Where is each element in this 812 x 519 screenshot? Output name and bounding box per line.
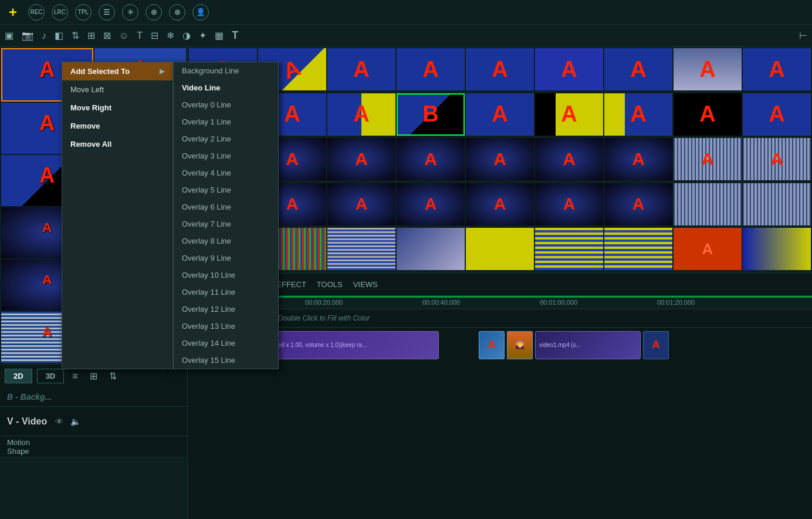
ctx-add-selected[interactable]: Add Selected To ▶ [62, 62, 172, 80]
submenu-item-1[interactable]: Video Line [174, 79, 278, 96]
track-clip-video1[interactable]: video1.mp4 (s... [535, 331, 641, 359]
submenu-item-13[interactable]: Overlay 11 Line [174, 284, 278, 301]
list-view-icon[interactable]: ≡ [69, 370, 81, 383]
submenu-item-15[interactable]: Overlay 13 Line [174, 318, 278, 335]
media-thumb[interactable]: A [327, 138, 395, 180]
media-thumb[interactable]: B [397, 93, 465, 136]
emoji-icon[interactable]: ☺ [119, 31, 128, 41]
resize-icon[interactable]: ⊟ [151, 30, 158, 41]
media-thumb[interactable]: A [604, 48, 672, 90]
music-icon[interactable]: ♪ [42, 31, 46, 41]
media-thumb[interactable] [743, 183, 811, 225]
submenu-item-3[interactable]: Overlay 1 Line [174, 113, 278, 130]
submenu-item-5[interactable]: Overlay 3 Line [174, 147, 278, 164]
ctx-remove[interactable]: Remove [62, 117, 172, 135]
effect-label[interactable]: EFFECT [276, 280, 306, 289]
film-icon[interactable]: ◧ [55, 30, 63, 41]
media-thumb[interactable]: A [397, 183, 465, 225]
panel-icon[interactable]: ▣ [5, 30, 13, 41]
circle-icon[interactable]: ◑ [182, 30, 191, 41]
media-thumb[interactable] [674, 183, 742, 225]
time-20: 00:00:20.000 [305, 299, 343, 306]
lrc-icon[interactable]: LRC [52, 4, 68, 21]
second-toolbar: ▣ 📷 ♪ ◧ ⇅ ⊞ ⊠ ☺ T ⊟ ❄ ◑ ✦ ▦ T ⊢ [0, 25, 812, 47]
text-T-icon[interactable]: T [137, 31, 143, 41]
media-thumb[interactable]: A [466, 138, 534, 180]
media-thumb[interactable]: A [327, 183, 395, 225]
media-thumb[interactable]: A [674, 93, 742, 136]
media-thumb[interactable]: A [743, 48, 811, 90]
submenu-item-12[interactable]: Overlay 10 Line [174, 267, 278, 284]
grid-view-icon[interactable]: ⊞ [86, 369, 101, 383]
submenu-item-14[interactable]: Overlay 12 Line [174, 301, 278, 318]
media-thumb[interactable] [535, 228, 603, 270]
record-icon[interactable]: ⊗ [169, 4, 185, 21]
rec-icon[interactable]: REC [28, 4, 45, 21]
media-thumb[interactable]: A [535, 138, 603, 180]
list-icon[interactable]: ☰ [99, 4, 115, 21]
track-clip-small-1[interactable]: A [479, 331, 505, 359]
audio-icon[interactable]: 🔈 [70, 417, 80, 426]
grid-icon[interactable]: ⊞ [87, 30, 95, 41]
media-thumb[interactable]: A [397, 138, 465, 180]
ctx-remove-all[interactable]: Remove All [62, 135, 172, 153]
media-thumb[interactable] [327, 228, 395, 270]
submenu-item-6[interactable]: Overlay 4 Line [174, 164, 278, 181]
submenu-item-10[interactable]: Overlay 8 Line [174, 232, 278, 250]
track-clip-small-2[interactable]: 🌄 [507, 331, 533, 359]
submenu-item-7[interactable]: Overlay 5 Line [174, 181, 278, 198]
media-thumb[interactable]: A [604, 93, 672, 136]
submenu-item-11[interactable]: Overlay 9 Line [174, 250, 278, 267]
media-thumb[interactable] [604, 228, 672, 270]
media-thumb[interactable]: A [743, 138, 811, 180]
plus-icon[interactable]: + [5, 4, 21, 21]
chart-icon[interactable]: ▦ [215, 30, 224, 41]
media-thumb[interactable]: A [674, 48, 742, 90]
media-thumb[interactable]: A [743, 93, 811, 136]
submenu-item-16[interactable]: Overlay 14 Line [174, 335, 278, 352]
video-label-text: V - Video [7, 416, 47, 427]
media-thumb[interactable]: A [604, 138, 672, 180]
media-thumb[interactable]: A [466, 93, 534, 136]
submenu-item-0[interactable]: Background Line [174, 62, 278, 79]
media-thumb[interactable] [466, 228, 534, 270]
track-clip-small-3[interactable]: A [643, 331, 669, 359]
right-edge-icon: ⊢ [799, 30, 807, 41]
media-thumb[interactable]: A [327, 48, 395, 90]
media-thumb[interactable]: A [535, 48, 603, 90]
ctx-move-right[interactable]: Move Right [62, 99, 172, 117]
media-thumb[interactable] [743, 228, 811, 270]
target-icon[interactable]: ⊕ [146, 4, 162, 21]
bigT-icon[interactable]: T [232, 29, 238, 42]
marker-icon[interactable]: ⊠ [103, 30, 111, 41]
media-thumb[interactable]: A [674, 228, 742, 270]
2d-button[interactable]: 2D [5, 369, 32, 383]
media-thumb[interactable] [397, 228, 465, 270]
tools-label[interactable]: TOOLS [317, 280, 343, 289]
submenu-item-8[interactable]: Overlay 6 Line [174, 198, 278, 215]
sort-view-icon[interactable]: ⇅ [106, 369, 120, 383]
media-thumb[interactable]: A [604, 183, 672, 225]
pin-icon[interactable]: ✦ [199, 30, 207, 41]
snowflake-icon[interactable]: ❄ [167, 30, 174, 41]
camera-icon[interactable]: 📷 [22, 30, 33, 41]
submenu-item-17[interactable]: Overlay 15 Line [174, 352, 278, 369]
tpl-icon[interactable]: TPL [75, 4, 92, 21]
eye-icon[interactable]: 👁 [55, 417, 63, 426]
user-icon[interactable]: 👤 [192, 4, 209, 21]
3d-button[interactable]: 3D [37, 369, 65, 383]
media-thumb[interactable]: A [466, 48, 534, 90]
submenu-item-9[interactable]: Overlay 7 Line [174, 215, 278, 232]
submenu-item-4[interactable]: Overlay 2 Line [174, 130, 278, 147]
media-thumb[interactable]: A [466, 183, 534, 225]
views-label[interactable]: VIEWS [353, 280, 378, 289]
sort-icon[interactable]: ⇅ [72, 30, 79, 41]
media-thumb[interactable]: A [535, 93, 603, 136]
media-thumb[interactable]: A [535, 183, 603, 225]
media-thumb[interactable]: A [397, 48, 465, 90]
ctx-move-left[interactable]: Move Left [62, 80, 172, 99]
media-thumb[interactable]: A [674, 138, 742, 180]
media-thumb[interactable]: A [327, 93, 395, 136]
submenu-item-2[interactable]: Overlay 0 Line [174, 96, 278, 113]
asterisk-icon[interactable]: ✳ [122, 4, 138, 21]
